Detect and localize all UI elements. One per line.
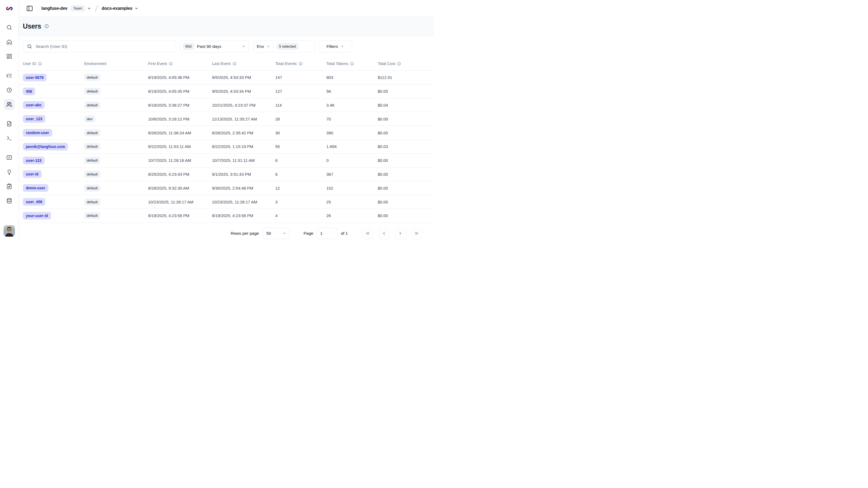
sidebar-item-scores[interactable] [4, 152, 15, 163]
cell-total-events: 55 [275, 144, 327, 149]
user-id-badge[interactable]: jannik@langfuse.com [23, 143, 68, 150]
org-name[interactable]: langfuse-dev [41, 6, 67, 11]
info-icon[interactable] [38, 62, 42, 66]
cell-total-events: 28 [275, 117, 327, 121]
env-filter-button[interactable]: Env 5 selected [253, 40, 315, 53]
database-icon [6, 198, 12, 204]
user-id-badge[interactable]: user-123 [23, 157, 44, 164]
sidebar-item-sessions[interactable] [4, 85, 15, 95]
project-switcher-chevron-icon[interactable] [134, 6, 138, 10]
page-title-band: Users [19, 17, 434, 36]
sidebar-toggle-button[interactable] [26, 5, 33, 12]
table-row[interactable]: random-userdefault8/26/2025, 11:36:24 AM… [19, 126, 434, 140]
info-icon[interactable] [232, 62, 237, 66]
column-header-last-event: Last Event [212, 61, 275, 66]
user-id-badge[interactable]: random-user [23, 129, 52, 137]
table-row[interactable]: user-5678default8/19/2025, 4:05:36 PM9/5… [19, 71, 434, 85]
cell-user-id: user-id [23, 170, 84, 178]
cell-environment: default [84, 185, 148, 192]
user-id-badge[interactable]: 456 [23, 88, 35, 95]
sidebar-item-datasets[interactable] [4, 195, 15, 206]
sidebar-item-annotation[interactable] [4, 181, 15, 192]
langfuse-logo-icon[interactable] [0, 0, 19, 17]
lightbulb-icon [6, 169, 12, 175]
page-number-input[interactable] [317, 228, 338, 239]
cell-environment: default [84, 130, 148, 136]
date-range-button[interactable]: 90d Past 90 days [179, 40, 249, 53]
info-icon[interactable] [397, 62, 401, 66]
chevron-down-icon [266, 44, 270, 49]
user-id-badge[interactable]: user-abc [23, 101, 44, 109]
table-row[interactable]: user-iddefault8/25/2025, 4:23:43 PM9/1/2… [19, 168, 434, 181]
info-icon[interactable] [350, 62, 354, 66]
table-row[interactable]: user-abcdefault8/19/2025, 3:36:27 PM10/2… [19, 98, 434, 112]
sidebar-item-dashboards[interactable] [4, 51, 15, 62]
filters-button[interactable]: Filters [318, 40, 352, 53]
cell-last-event: 10/23/2025, 11:26:17 AM [212, 200, 275, 204]
cell-total-events: 6 [275, 158, 327, 163]
sidebar-item-evaluation[interactable] [4, 167, 15, 177]
chevron-down-icon [340, 44, 344, 49]
table-row[interactable]: user_456default10/23/2025, 11:26:17 AM10… [19, 195, 434, 209]
table-row[interactable]: your-user-iddefault8/19/2025, 4:23:58 PM… [19, 209, 434, 223]
project-name[interactable]: docs-examples [102, 6, 132, 11]
column-header-user-id: User ID [23, 61, 84, 66]
cell-total-events: 4 [275, 213, 327, 218]
sidebar-item-home[interactable] [4, 36, 15, 47]
cell-environment: default [84, 157, 148, 164]
user-id-badge[interactable]: user-5678 [23, 74, 46, 81]
table-row[interactable]: user_123dev10/6/2025, 3:16:12 PM11/13/20… [19, 112, 434, 126]
org-switcher-chevron-icon[interactable] [87, 6, 91, 10]
cell-total-cost: $0.00 [378, 172, 430, 176]
cell-first-event: 8/19/2025, 4:05:35 PM [148, 89, 212, 93]
first-page-button[interactable] [362, 227, 373, 239]
rows-per-page-label: Rows per page [231, 231, 259, 236]
user-id-badge[interactable]: your-user-id [23, 212, 51, 220]
sidebar-item-playground[interactable] [4, 133, 15, 144]
user-id-badge[interactable]: demo-user [23, 184, 49, 192]
user-id-badge[interactable]: user_123 [23, 115, 45, 123]
cell-total-events: 6 [275, 172, 327, 176]
info-icon[interactable] [299, 62, 303, 66]
user-avatar[interactable] [3, 225, 15, 237]
sidebar-item-prompts[interactable] [4, 118, 15, 129]
search-box[interactable] [23, 40, 176, 53]
next-page-button[interactable] [395, 227, 406, 239]
column-label: First Event [148, 61, 167, 66]
user-id-badge[interactable]: user-id [23, 170, 41, 178]
users-icon [6, 102, 12, 108]
env-filter-label: Env [257, 44, 264, 49]
previous-page-button[interactable] [378, 227, 390, 239]
table-row[interactable]: demo-userdefault8/28/2025, 9:32:30 AM9/3… [19, 181, 434, 195]
search-input[interactable] [35, 44, 172, 49]
info-icon[interactable] [169, 62, 173, 66]
environment-badge: dev [84, 116, 95, 122]
table-row[interactable]: 456default8/19/2025, 4:05:35 PM9/5/2025,… [19, 85, 434, 98]
cell-first-event: 10/6/2025, 3:16:12 PM [148, 117, 212, 121]
cell-environment: default [84, 88, 148, 95]
table-row[interactable]: user-123default10/7/2025, 11:28:16 AM10/… [19, 154, 434, 168]
list-tree-icon [6, 73, 12, 79]
sidebar-item-search[interactable] [4, 22, 15, 33]
app-root: langfuse-dev Team docs-examples Users [0, 0, 434, 244]
clipboard-pen-icon [6, 183, 12, 189]
cell-total-tokens: 5K [327, 89, 378, 93]
rows-per-page-select[interactable]: 50 [263, 228, 290, 239]
table-row[interactable]: jannik@langfuse.comdefault8/22/2025, 11:… [19, 140, 434, 154]
cell-total-cost: $0.03 [378, 144, 430, 149]
last-page-button[interactable] [411, 227, 422, 239]
cell-first-event: 8/28/2025, 9:32:30 AM [148, 186, 212, 191]
column-header-total-cost: Total Cost [378, 61, 430, 66]
page-title-info-icon[interactable] [44, 24, 49, 30]
top-header: langfuse-dev Team docs-examples [19, 0, 434, 17]
environment-badge: default [84, 74, 100, 81]
cell-first-event: 8/19/2025, 4:23:58 PM [148, 213, 212, 218]
cell-user-id: user-abc [23, 101, 84, 109]
page-label: Page [304, 231, 313, 236]
cell-total-events: 30 [275, 131, 327, 135]
chevrons-right-icon [414, 231, 419, 236]
sidebar-item-users[interactable] [4, 99, 15, 110]
user-id-badge[interactable]: user_456 [23, 198, 45, 206]
sidebar-item-tracing[interactable] [4, 70, 15, 81]
cell-first-event: 10/7/2025, 11:28:16 AM [148, 158, 212, 163]
